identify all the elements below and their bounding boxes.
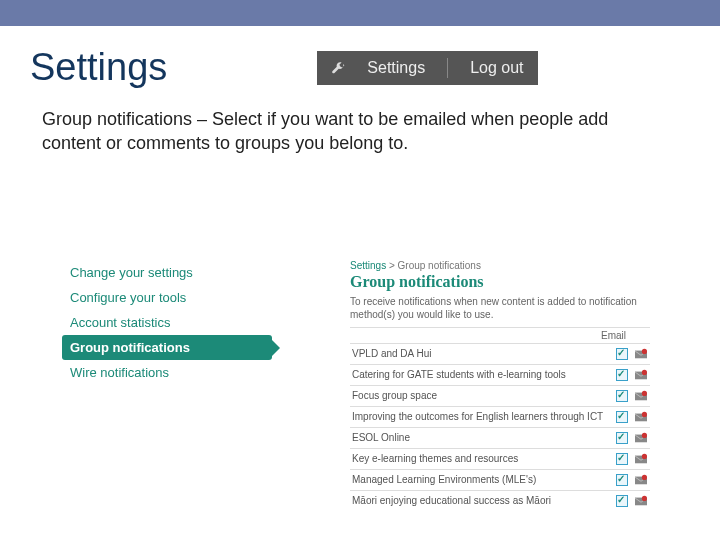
breadcrumb: Settings > Group notifications (350, 260, 650, 271)
envelope-icon (634, 495, 648, 507)
svg-point-5 (642, 454, 647, 459)
group-label: Key e-learning themes and resources (352, 453, 610, 465)
envelope-icon (634, 453, 648, 465)
email-checkbox[interactable] (616, 432, 628, 444)
svg-point-4 (642, 433, 647, 438)
email-checkbox[interactable] (616, 411, 628, 423)
sidebar-item-change-your-settings[interactable]: Change your settings (62, 260, 272, 285)
group-label: Māori enjoying educational success as Mā… (352, 495, 610, 507)
group-row: Māori enjoying educational success as Mā… (350, 490, 650, 511)
svg-point-0 (642, 349, 647, 354)
app-header-bar: Settings Log out (317, 51, 537, 85)
sidebar-item-account-statistics[interactable]: Account statistics (62, 310, 272, 335)
group-row: Managed Learning Environments (MLE's) (350, 469, 650, 490)
envelope-icon (634, 411, 648, 423)
email-checkbox[interactable] (616, 495, 628, 507)
group-label: Improving the outcomes for English learn… (352, 411, 610, 423)
email-checkbox[interactable] (616, 453, 628, 465)
envelope-icon (634, 390, 648, 402)
settings-sidebar: Change your settingsConfigure your tools… (62, 260, 272, 511)
envelope-icon (634, 432, 648, 444)
wrench-icon (331, 61, 345, 75)
envelope-icon (634, 369, 648, 381)
column-header-email: Email (350, 327, 650, 343)
group-row: Key e-learning themes and resources (350, 448, 650, 469)
breadcrumb-leaf: Group notifications (398, 260, 481, 271)
group-label: Catering for GATE students with e-learni… (352, 369, 610, 381)
page-title: Settings (30, 46, 167, 89)
group-row: Improving the outcomes for English learn… (350, 406, 650, 427)
envelope-icon (634, 474, 648, 486)
header-settings-link[interactable]: Settings (367, 59, 425, 77)
email-checkbox[interactable] (616, 348, 628, 360)
header-separator (447, 58, 448, 78)
group-notifications-panel: Settings > Group notifications Group not… (350, 260, 650, 511)
group-row: VPLD and DA Hui (350, 343, 650, 364)
svg-point-1 (642, 370, 647, 375)
slide-accent-bar (0, 0, 720, 26)
slide-description: Group notifications – Select if you want… (30, 107, 670, 156)
email-checkbox[interactable] (616, 390, 628, 402)
svg-point-6 (642, 475, 647, 480)
sidebar-item-wire-notifications[interactable]: Wire notifications (62, 360, 272, 385)
group-row: ESOL Online (350, 427, 650, 448)
svg-point-3 (642, 412, 647, 417)
group-label: VPLD and DA Hui (352, 348, 610, 360)
email-checkbox[interactable] (616, 369, 628, 381)
sidebar-item-group-notifications[interactable]: Group notifications (62, 335, 272, 360)
sidebar-item-configure-your-tools[interactable]: Configure your tools (62, 285, 272, 310)
group-label: ESOL Online (352, 432, 610, 444)
svg-point-7 (642, 496, 647, 501)
svg-point-2 (642, 391, 647, 396)
email-checkbox[interactable] (616, 474, 628, 486)
panel-description: To receive notifications when new conten… (350, 295, 650, 321)
group-row: Catering for GATE students with e-learni… (350, 364, 650, 385)
group-label: Focus group space (352, 390, 610, 402)
panel-title: Group notifications (350, 273, 650, 291)
breadcrumb-root[interactable]: Settings (350, 260, 386, 271)
group-row: Focus group space (350, 385, 650, 406)
header-logout-link[interactable]: Log out (470, 59, 523, 77)
envelope-icon (634, 348, 648, 360)
group-label: Managed Learning Environments (MLE's) (352, 474, 610, 486)
